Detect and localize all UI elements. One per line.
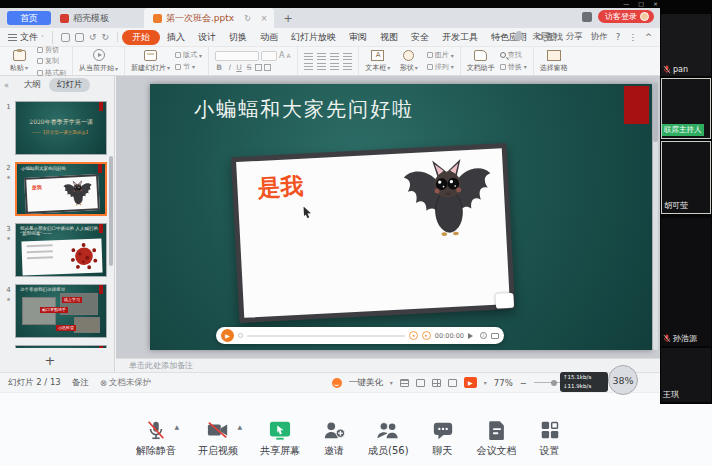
- close-window-button[interactable]: ×: [653, 0, 658, 8]
- video-options-caret[interactable]: ▲: [237, 423, 242, 430]
- font-name-input[interactable]: [215, 51, 259, 61]
- indent-icon[interactable]: [330, 53, 339, 60]
- add-slide-button[interactable]: +: [0, 353, 100, 369]
- tab-close-icon[interactable]: ×: [261, 14, 268, 23]
- unmute-button[interactable]: ▲ 解除静音: [136, 419, 176, 466]
- slide-thumbnail-4[interactable]: 这个寒假我们这样度过 戴口罩勤洗手 线上学习 小区检查: [15, 284, 107, 338]
- tab-insert[interactable]: 插入: [161, 30, 191, 45]
- redo-icon[interactable]: ↻: [102, 32, 110, 42]
- skip-forward-button[interactable]: ▸: [422, 331, 431, 340]
- tab-devtools[interactable]: 开发工具: [436, 30, 484, 45]
- invite-button[interactable]: 邀请: [322, 419, 346, 466]
- progress-bar[interactable]: [247, 335, 405, 337]
- play-from-current-button[interactable]: 从当前开始▾: [79, 49, 118, 73]
- notes-bar[interactable]: 单击此处添加备注: [116, 358, 660, 372]
- slide-thumbnail-1[interactable]: 2020年春季开学第一课 ——【开学第一课主题班会】: [15, 101, 107, 155]
- tab-animation[interactable]: 动画: [254, 30, 284, 45]
- slide-canvas[interactable]: 小蝙蝠和大家先问好啦 是我 ▶ ◂ ▸ 00:00:00: [150, 84, 652, 350]
- meeting-docs-button[interactable]: 会议文档: [477, 419, 517, 466]
- slide-thumbnail-5[interactable]: 新型冠状病毒哪里来?: [15, 345, 107, 348]
- wps-home-button[interactable]: 首页: [7, 11, 51, 25]
- line-spacing-icon[interactable]: [343, 63, 352, 70]
- media-player-bar[interactable]: ▶ ◂ ▸ 00:00:00: [216, 327, 504, 344]
- video-tile-hukeying[interactable]: 胡可莹: [661, 141, 711, 214]
- video-tile-pan[interactable]: pan: [661, 14, 711, 76]
- collab-button[interactable]: 协作: [591, 31, 608, 43]
- highlight-icon[interactable]: [264, 64, 271, 71]
- tab-transition[interactable]: 切换: [223, 30, 253, 45]
- collapse-ribbon-button[interactable]: ^: [645, 32, 652, 42]
- help-button[interactable]: ?: [616, 32, 621, 42]
- font-decrease-button[interactable]: A: [287, 52, 291, 59]
- info-icon[interactable]: [480, 332, 487, 339]
- tab-design[interactable]: 设计: [192, 30, 222, 45]
- copy-button[interactable]: 复制: [37, 56, 66, 66]
- guest-login-button[interactable]: 访客登录: [598, 10, 654, 23]
- outdent-icon[interactable]: [343, 53, 352, 60]
- more-button[interactable]: ⋮: [628, 32, 637, 42]
- video-tile-sunhaoyuan[interactable]: 孙浩源: [661, 218, 711, 346]
- zoom-out-button[interactable]: −: [520, 378, 527, 388]
- shape-button[interactable]: 形状▾: [396, 50, 422, 73]
- print-icon[interactable]: [75, 33, 84, 42]
- selection-pane-button[interactable]: 选择窗格: [540, 50, 568, 73]
- underline-button[interactable]: U: [235, 63, 243, 72]
- reading-view-icon[interactable]: [448, 379, 457, 387]
- bullet-list-icon[interactable]: [304, 53, 313, 60]
- mic-options-caret[interactable]: ▲: [174, 423, 179, 430]
- minimize-button[interactable]: —: [623, 0, 629, 8]
- picture-button[interactable]: 图片▾: [427, 50, 454, 60]
- play-button[interactable]: ▶: [221, 329, 234, 342]
- document-tab[interactable]: 第一次班会.pptx ↻ ×: [144, 8, 274, 28]
- font-increase-button[interactable]: A: [279, 51, 284, 60]
- align-left-icon[interactable]: [304, 63, 313, 70]
- share-screen-button[interactable]: 共享屏幕: [260, 419, 300, 466]
- number-list-icon[interactable]: [317, 53, 326, 60]
- members-button[interactable]: 成员(56): [368, 419, 409, 466]
- progress-knob[interactable]: [238, 333, 243, 338]
- undo-icon[interactable]: ↺: [89, 32, 97, 42]
- skip-back-button[interactable]: ◂: [409, 331, 418, 340]
- arrange-button[interactable]: 排列▾: [427, 62, 454, 72]
- share-button[interactable]: 分享: [566, 31, 583, 43]
- slideshow-button[interactable]: ▶: [464, 377, 477, 388]
- paste-button[interactable]: 粘贴▾: [6, 50, 32, 73]
- replace-button[interactable]: 替换▾: [500, 62, 527, 72]
- new-tab-button[interactable]: +: [284, 12, 293, 25]
- apps-icon[interactable]: [582, 12, 592, 22]
- notes-toggle[interactable]: 备注: [72, 377, 89, 389]
- doc-assistant-button[interactable]: 文档助手: [467, 50, 495, 73]
- tab-refresh-icon[interactable]: ↻: [244, 14, 251, 23]
- outline-tab[interactable]: 大纲: [24, 79, 41, 91]
- align-center-icon[interactable]: [317, 63, 326, 70]
- textbox-button[interactable]: 文本框▾: [365, 50, 391, 73]
- video-tile-cohost[interactable]: 联席主持人: [661, 78, 711, 139]
- slide-thumbnail-3[interactable]: 我就是小朋友们口中谈论的 人人喊打的“新型病毒”——: [15, 223, 107, 277]
- slides-tab[interactable]: 幻灯片: [49, 78, 91, 92]
- slide-card[interactable]: 是我: [231, 143, 515, 323]
- panel-scrollbar[interactable]: [109, 156, 113, 266]
- normal-view-icon[interactable]: [400, 379, 409, 387]
- beautify-button[interactable]: 一键美化: [349, 377, 383, 389]
- doc-protect-status[interactable]: ⊗文档未保护: [100, 377, 152, 389]
- strikethrough-button[interactable]: S: [245, 63, 253, 72]
- sync-status[interactable]: 未同步: [532, 31, 558, 43]
- bold-button[interactable]: B: [215, 63, 223, 72]
- tab-home[interactable]: 开始: [122, 30, 160, 45]
- tab-view[interactable]: 视图: [374, 30, 404, 45]
- floating-ball[interactable]: 38%: [608, 365, 638, 395]
- grid-view-icon[interactable]: [432, 379, 441, 387]
- video-tile-wangqi[interactable]: 王琪: [661, 348, 711, 402]
- template-tab[interactable]: 稻壳模板: [51, 8, 118, 28]
- editor-scrollbar[interactable]: [653, 82, 658, 350]
- section-button[interactable]: 节▾: [175, 62, 202, 72]
- file-menu[interactable]: 文件 ˅: [8, 31, 53, 44]
- fullscreen-icon[interactable]: [491, 333, 499, 339]
- settings-button[interactable]: 设置: [539, 419, 561, 466]
- slide-view-icon[interactable]: [416, 379, 425, 387]
- tab-security[interactable]: 安全: [405, 30, 435, 45]
- find-button[interactable]: 查找: [500, 50, 527, 60]
- italic-button[interactable]: I: [225, 63, 233, 72]
- layout-button[interactable]: 版式▾: [175, 50, 202, 60]
- font-color-icon[interactable]: [255, 64, 262, 71]
